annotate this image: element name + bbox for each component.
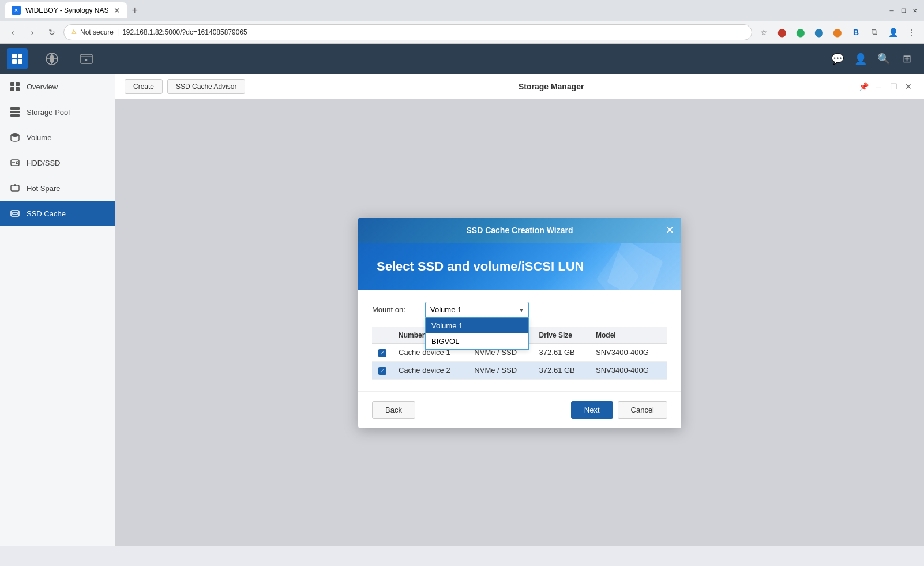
dropdown-arrow-icon: ▼: [519, 306, 524, 313]
user-icon[interactable]: 👤: [850, 48, 871, 69]
minimize-button[interactable]: ─: [887, 6, 896, 15]
row2-check-cell: ✓: [372, 361, 393, 379]
svg-rect-0: [12, 54, 17, 58]
dropdown-display-value[interactable]: Volume 1 ▼: [425, 302, 529, 318]
row2-size: 372.61 GB: [534, 361, 590, 379]
modal-hero-title: Select SSD and volume/iSCSI LUN: [377, 259, 663, 274]
header-nav-icons: [37, 44, 102, 74]
ssd-cache-icon: [9, 208, 21, 219]
svg-rect-2: [12, 59, 17, 64]
sidebar-item-hot-spare[interactable]: Hot Spare: [0, 175, 115, 201]
mount-dropdown[interactable]: Volume 1 ▼ Volume 1 BIGVOL: [425, 302, 529, 318]
restore-panel-icon[interactable]: ☐: [887, 80, 900, 93]
maximize-button[interactable]: ☐: [899, 6, 908, 15]
tab-close-button[interactable]: ✕: [114, 6, 121, 15]
svg-marker-7: [85, 59, 88, 61]
tab-favicon: S: [12, 6, 21, 15]
grid-icon[interactable]: ⊞: [896, 48, 917, 69]
extensions-icon[interactable]: ⧉: [866, 24, 882, 40]
extension2-icon[interactable]: ⬤: [792, 24, 809, 40]
dropdown-list: Volume 1 BIGVOL: [425, 318, 529, 350]
browser-tab[interactable]: S WIDEBOY - Synology NAS ✕: [5, 2, 127, 18]
table-row: ✓ Cache device 2 NVMe / SSD 372.61 GB SN…: [372, 361, 667, 379]
app-container: 💬 👤 🔍 ⊞ Overview: [0, 44, 924, 546]
content-area: SSD Cache Creation Wizard ✕ Select SSD a…: [115, 99, 924, 546]
search-icon[interactable]: 🔍: [873, 48, 894, 69]
svg-rect-6: [81, 54, 92, 63]
svg-rect-24: [13, 212, 17, 215]
tab-title: WIDEBOY - Synology NAS: [25, 6, 109, 14]
sidebar-item-ssd-cache[interactable]: SSD Cache: [0, 201, 115, 226]
chat-icon[interactable]: 💬: [827, 48, 848, 69]
browser-chrome: S WIDEBOY - Synology NAS ✕ + ─ ☐ ✕ ‹ › ↻…: [0, 0, 924, 44]
svg-point-15: [11, 133, 19, 137]
dropdown-item-volume1[interactable]: Volume 1: [426, 318, 528, 333]
modal-footer: Back Next Cancel: [358, 391, 681, 428]
modal-body: Mount on: Volume 1 ▼ Volume 1 BIGVOL: [358, 290, 681, 391]
row1-checkbox[interactable]: ✓: [378, 349, 386, 357]
bookmark-icon[interactable]: ☆: [756, 24, 772, 40]
extension4-icon[interactable]: ⬤: [829, 24, 846, 40]
back-button[interactable]: ‹: [5, 24, 21, 40]
storage-pool-label: Storage Pool: [27, 108, 70, 117]
volume-icon: [9, 132, 21, 143]
dropdown-item-bigvol[interactable]: BIGVOL: [426, 333, 528, 349]
modal-close-button[interactable]: ✕: [666, 224, 674, 237]
browser-toolbar: ‹ › ↻ ⚠ Not secure | 192.168.1.82:5000/?…: [0, 21, 924, 44]
create-button[interactable]: Create: [125, 79, 163, 94]
svg-rect-3: [18, 59, 22, 64]
world-icon[interactable]: [72, 44, 102, 74]
col-check: [372, 327, 393, 344]
security-label: Not secure: [80, 28, 114, 36]
new-tab-button[interactable]: +: [132, 5, 138, 17]
apps-icon[interactable]: [37, 44, 67, 74]
close-window-button[interactable]: ✕: [910, 6, 919, 15]
security-icon: ⚠: [71, 28, 77, 36]
svg-rect-14: [10, 114, 20, 117]
storage-pool-icon: [9, 106, 21, 118]
sidebar-item-volume[interactable]: Volume: [0, 125, 115, 150]
menu-icon[interactable]: ⋮: [903, 24, 919, 40]
svg-rect-10: [10, 87, 14, 91]
col-model-header: Model: [590, 327, 667, 344]
next-button[interactable]: Next: [571, 401, 613, 419]
extension1-icon[interactable]: ⬤: [774, 24, 790, 40]
pin-icon[interactable]: 📌: [857, 80, 870, 93]
forward-button[interactable]: ›: [24, 24, 40, 40]
close-panel-icon[interactable]: ✕: [902, 80, 915, 93]
sidebar-item-storage-pool[interactable]: Storage Pool: [0, 99, 115, 125]
app-body: Overview Storage Pool: [0, 74, 924, 546]
row1-check-cell: ✓: [372, 343, 393, 361]
sidebar-item-hdd-ssd[interactable]: HDD/SSD: [0, 150, 115, 175]
hot-spare-label: Hot Spare: [27, 184, 61, 193]
extension3-icon[interactable]: ⬤: [811, 24, 827, 40]
ssd-advisor-button[interactable]: SSD Cache Advisor: [167, 79, 245, 94]
row2-type: NVMe / SSD: [468, 361, 533, 379]
row2-checkbox[interactable]: ✓: [378, 367, 386, 375]
mount-on-label: Mount on:: [372, 305, 418, 314]
sidebar-item-overview[interactable]: Overview: [0, 74, 115, 99]
profile-icon[interactable]: 👤: [885, 24, 901, 40]
svg-rect-13: [10, 111, 20, 113]
row2-model: SNV3400-400G: [590, 361, 667, 379]
refresh-button[interactable]: ↻: [44, 24, 60, 40]
sidebar: Overview Storage Pool: [0, 74, 115, 546]
svg-rect-12: [10, 107, 20, 110]
row1-model: SNV3400-400G: [590, 343, 667, 361]
row2-number: Cache device 2: [393, 361, 468, 379]
storage-manager-title: Storage Manager: [250, 82, 852, 91]
row1-size: 372.61 GB: [534, 343, 590, 361]
overview-label: Overview: [27, 83, 58, 91]
ssd-cache-label: SSD Cache: [27, 209, 66, 218]
extension5-icon[interactable]: B: [848, 24, 864, 40]
modal-hero: Select SSD and volume/iSCSI LUN: [358, 243, 681, 290]
back-button[interactable]: Back: [372, 401, 415, 419]
svg-point-17: [16, 162, 18, 164]
cancel-button[interactable]: Cancel: [618, 401, 667, 419]
svg-rect-9: [16, 82, 20, 86]
app-logo: [7, 48, 28, 69]
toolbar-icons: ☆ ⬤ ⬤ ⬤ ⬤ B ⧉ 👤 ⋮: [756, 24, 919, 40]
minimize-panel-icon[interactable]: ─: [872, 80, 885, 93]
url-display: 192.168.1.82:5000/?dc=1614085879065: [122, 28, 247, 36]
address-bar[interactable]: ⚠ Not secure | 192.168.1.82:5000/?dc=161…: [63, 24, 752, 40]
